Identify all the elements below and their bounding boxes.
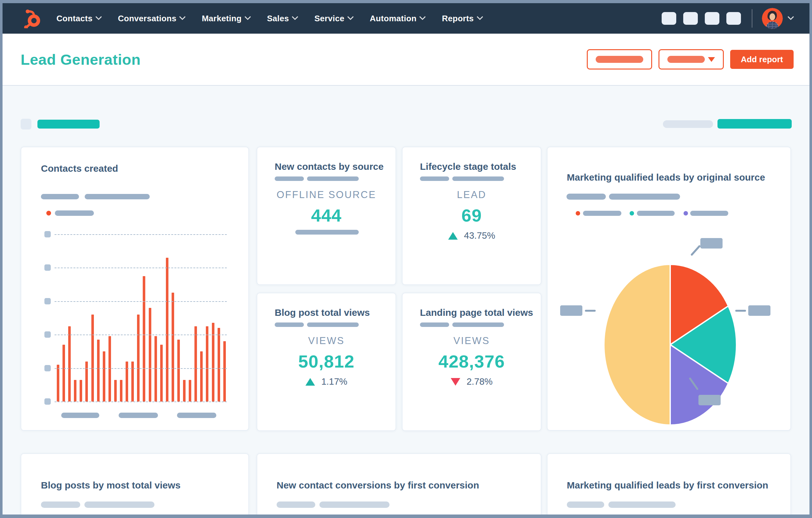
redacted-pill	[85, 194, 150, 199]
chevron-down-icon	[179, 13, 185, 20]
redacted-pill	[608, 501, 676, 508]
dashboard-content: Contacts created New contacts by source …	[3, 86, 809, 515]
delta-arrow-icon	[451, 378, 460, 386]
report-card-mql-by-first-conversion: Marketing qualified leads by first conve…	[547, 453, 791, 515]
bar	[166, 258, 168, 402]
bar	[206, 326, 208, 402]
bar	[74, 380, 77, 402]
nav-tool-icon[interactable]	[662, 12, 676, 25]
redacted-pill	[295, 230, 359, 235]
chevron-down-icon	[419, 13, 426, 20]
nav-item-automation[interactable]: Automation	[370, 13, 425, 24]
gridline	[55, 402, 227, 402]
hubspot-logo-icon[interactable]	[21, 8, 42, 28]
card-title: Lifecycle stage totals	[420, 161, 516, 172]
delta-row: 1.17%	[257, 377, 396, 387]
nav-item-conversations[interactable]: Conversations	[118, 13, 185, 24]
card-title: Landing page total views	[420, 307, 533, 318]
metric-value: 69	[403, 205, 541, 226]
nav-item-sales[interactable]: Sales	[267, 13, 297, 24]
redacted-y-tick-square	[45, 231, 51, 238]
redacted-callout-box	[698, 395, 721, 405]
bar	[223, 341, 226, 402]
callout-line	[585, 310, 596, 312]
bar	[103, 351, 105, 402]
redacted-pill	[452, 323, 504, 327]
redacted-teal-pill	[37, 120, 99, 129]
delta-value: 1.17%	[321, 377, 347, 387]
redacted-pill	[275, 323, 304, 327]
dashboard-filter-button[interactable]	[587, 49, 652, 70]
chevron-down-icon	[477, 13, 483, 20]
gridline	[55, 234, 227, 235]
gridline	[55, 334, 227, 335]
metric-label: VIEWS	[403, 335, 541, 347]
chevron-down-icon	[95, 13, 102, 20]
nav-item-contacts[interactable]: Contacts	[56, 13, 101, 24]
bar	[177, 339, 180, 402]
redacted-pill	[567, 501, 604, 508]
redacted-pill	[319, 501, 389, 508]
delta-row: 43.75%	[403, 230, 541, 241]
redacted-callout-box	[748, 305, 771, 316]
bar	[183, 380, 185, 402]
redacted-legend-pill	[690, 211, 728, 216]
nav-label: Marketing	[202, 13, 242, 24]
add-report-button[interactable]: Add report	[730, 50, 793, 69]
legend-dot	[630, 211, 634, 216]
nav-item-marketing[interactable]: Marketing	[202, 13, 250, 24]
delta-row: 2.78%	[403, 377, 541, 387]
chevron-down-icon	[292, 13, 298, 20]
redacted-pill	[567, 194, 606, 200]
redacted-y-tick-square	[45, 331, 51, 338]
bar	[97, 339, 99, 402]
redacted-x-tick-pill	[61, 413, 99, 418]
nav-tool-icon[interactable]	[726, 12, 741, 25]
bar	[80, 380, 82, 402]
nav-tool-icon[interactable]	[705, 12, 719, 25]
nav-label: Conversations	[118, 13, 177, 24]
report-card-mql-by-original-source: Marketing qualified leads by original so…	[547, 147, 791, 431]
delta-arrow-icon	[306, 378, 315, 386]
report-card-landing-page-total-views: Landing page total views VIEWS 428,376 2…	[402, 293, 542, 431]
bar	[57, 365, 59, 402]
metric-value: 50,812	[257, 351, 396, 372]
redacted-pill	[420, 323, 449, 327]
user-avatar[interactable]	[762, 8, 783, 29]
card-title: Marketing qualified leads by original so…	[567, 172, 765, 183]
delta-value: 2.78%	[467, 377, 493, 387]
metric-label: OFFLINE SOURCE	[257, 189, 396, 200]
card-title: New contact conversions by first convers…	[277, 480, 479, 491]
redacted-y-tick-square	[45, 365, 51, 371]
bar	[218, 328, 220, 402]
report-card-lifecycle-stage-totals: Lifecycle stage totals LEAD 69 43.75%	[402, 147, 542, 285]
card-title: Marketing qualified leads by first conve…	[567, 480, 768, 491]
card-title: New contacts by source	[275, 161, 383, 172]
nav-tool-icon[interactable]	[683, 12, 698, 25]
report-card-new-contacts-by-source: New contacts by source OFFLINE SOURCE 44…	[257, 147, 396, 285]
redacted-y-tick-square	[45, 298, 51, 304]
bar	[109, 336, 111, 402]
chevron-down-icon	[244, 13, 251, 20]
nav-label: Service	[314, 13, 345, 24]
legend-dot	[684, 211, 688, 216]
nav-label: Reports	[442, 13, 473, 24]
redacted-y-tick-square	[45, 264, 51, 271]
legend-dot	[46, 211, 51, 216]
nav-label: Sales	[267, 13, 289, 24]
redacted-legend-pill	[637, 211, 675, 216]
redacted-callout-box	[560, 305, 582, 316]
redacted-pill	[609, 194, 680, 200]
redacted-pill	[41, 194, 79, 199]
nav-label: Contacts	[56, 13, 93, 24]
bar	[68, 326, 71, 402]
redacted-pill	[307, 323, 359, 327]
dashboard-actions-dropdown[interactable]	[659, 49, 724, 70]
nav-item-service[interactable]: Service	[314, 13, 353, 24]
card-title: Contacts created	[41, 163, 118, 174]
report-card-blog-post-total-views: Blog post total views VIEWS 50,812 1.17%	[257, 293, 396, 431]
nav-item-reports[interactable]: Reports	[442, 13, 482, 24]
callout-line	[691, 245, 701, 256]
redacted-gray-pill	[663, 120, 713, 128]
chevron-down-icon[interactable]	[788, 13, 794, 20]
